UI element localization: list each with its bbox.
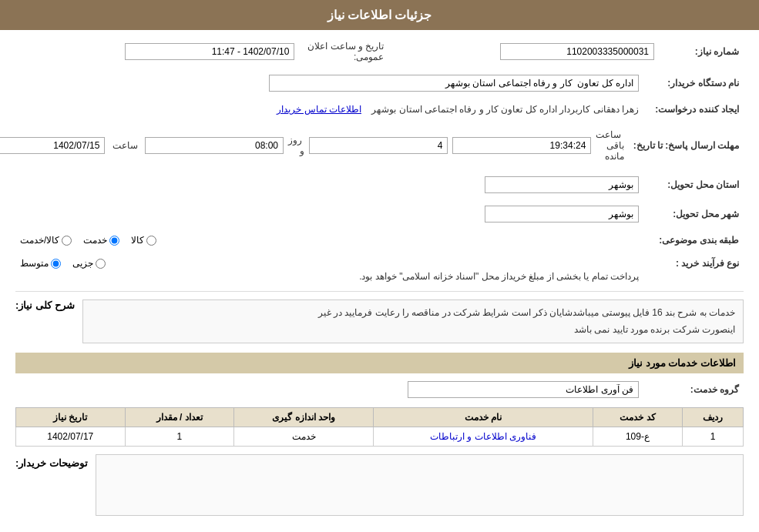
- baqi-mande-label: ساعت باقی مانده: [596, 129, 623, 162]
- shahr-input[interactable]: [485, 206, 639, 223]
- tosihaat-textarea[interactable]: [96, 454, 744, 516]
- ostan-label: استان محل تحویل:: [643, 173, 744, 196]
- table-row: 1 ع-109 فناوری اطلاعات و ارتباطات خدمت 1…: [16, 427, 744, 447]
- col-date: تاریخ نیاز: [16, 408, 126, 427]
- col-name: نام خدمت: [374, 408, 593, 427]
- roz-label: روز و: [288, 135, 304, 156]
- saat-input[interactable]: [145, 137, 284, 154]
- farayand-motovaset[interactable]: متوسط: [20, 258, 61, 269]
- page-title: جزئیات اطلاعات نیاز: [327, 8, 432, 22]
- shomara-niaz-input[interactable]: [500, 43, 654, 60]
- col-code: کد خدمت: [593, 408, 682, 427]
- tabaqa-kala-khadmat[interactable]: کالا/خدمت: [20, 235, 72, 246]
- tarikh-elan-input[interactable]: [125, 43, 294, 60]
- goroh-khadamat-input[interactable]: [408, 381, 639, 398]
- saat-label: ساعت: [109, 140, 140, 151]
- tosihaat-label: توضیحات خریدار:: [15, 454, 88, 469]
- goroh-khadmat-label: گروه خدمت:: [643, 378, 744, 401]
- ijad-konande-value: زهرا دهقانی کاربردار اداره کل تعاون کار …: [371, 104, 639, 115]
- ostan-input[interactable]: [485, 176, 639, 193]
- cell-radif: 1: [683, 427, 744, 447]
- footer-buttons: بازگشت چاپ: [15, 523, 744, 532]
- tarikh-label: تاریخ و ساعت اعلان عمومی:: [299, 38, 399, 65]
- nam-dastgah-label: نام دستگاه خریدار:: [643, 72, 744, 95]
- shahr-label: شهر محل تحویل:: [643, 202, 744, 226]
- cell-unit: خدمت: [233, 427, 373, 447]
- tarikh-pasokh-input[interactable]: [0, 137, 105, 154]
- roz-input[interactable]: [309, 137, 448, 154]
- cell-date: 1402/07/17: [16, 427, 126, 447]
- farayand-text: پرداخت تمام یا بخشی از مبلغ خریداز محل "…: [20, 271, 639, 282]
- tabaqa-radio-group: کالا/خدمت خدمت کالا: [20, 235, 639, 246]
- nam-dastgah-input[interactable]: [269, 75, 639, 92]
- farayand-label: نوع فرآیند خرید :: [643, 255, 744, 285]
- mohlat-label: مهلت ارسال پاسخ: تا تاریخ:: [629, 124, 744, 167]
- services-table: ردیف کد خدمت نام خدمت واحد اندازه گیری ت…: [15, 407, 744, 447]
- cell-code: ع-109: [593, 427, 682, 447]
- col-unit: واحد اندازه گیری: [233, 408, 373, 427]
- col-count: تعداد / مقدار: [125, 408, 233, 427]
- col-radif: ردیف: [683, 408, 744, 427]
- farayand-radio-group: متوسط جزیی: [20, 258, 639, 269]
- khadamat-section-header: اطلاعات خدمات مورد نیاز: [15, 353, 744, 373]
- cell-count: 1: [125, 427, 233, 447]
- page-header: جزئیات اطلاعات نیاز: [0, 0, 759, 30]
- tabaqa-label: طبقه بندی موضوعی:: [643, 232, 744, 249]
- farayand-jozii[interactable]: جزیی: [72, 258, 106, 269]
- tabaqa-kala[interactable]: کالا: [131, 235, 156, 246]
- sharh-label: شرح کلی نیاز:: [15, 296, 75, 311]
- ijad-konande-label: ایجاد کننده درخواست:: [643, 101, 744, 118]
- cell-name: فناوری اطلاعات و ارتباطات: [374, 427, 593, 447]
- ettelaat-tamas-link[interactable]: اطلاعات تماس خریدار: [277, 104, 361, 115]
- tabaqa-khadmat[interactable]: خدمت: [83, 235, 119, 246]
- shomara-niaz-label: شماره نیاز:: [659, 38, 744, 65]
- baqi-mande-input[interactable]: [452, 137, 591, 154]
- sharh-text: خدمات به شرح بند 16 فایل پیوستی میباشدشا…: [82, 299, 744, 343]
